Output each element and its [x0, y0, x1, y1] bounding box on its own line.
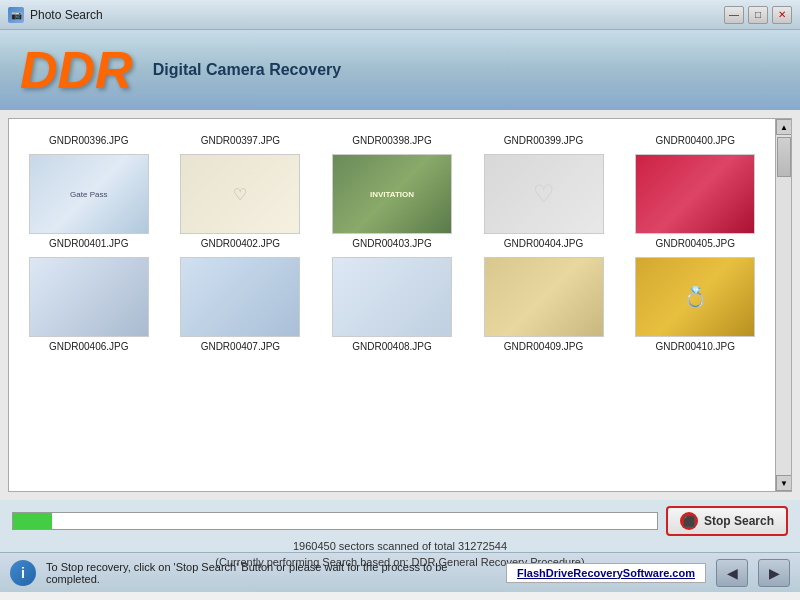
- photo-item[interactable]: Gate PassGNDR00401.JPG: [17, 154, 161, 249]
- minimize-button[interactable]: —: [724, 6, 744, 24]
- photo-label: GNDR00406.JPG: [49, 341, 128, 352]
- main-content: GNDR00396.JPGGNDR00397.JPGGNDR00398.JPGG…: [0, 110, 800, 500]
- flash-drive-link[interactable]: FlashDriveRecoverySoftware.com: [506, 563, 706, 583]
- photo-item[interactable]: GNDR00396.JPG: [17, 135, 161, 146]
- photo-label: GNDR00400.JPG: [655, 135, 734, 146]
- nav-forward-button[interactable]: ▶: [758, 559, 790, 587]
- photo-item[interactable]: GNDR00399.JPG: [472, 135, 616, 146]
- titlebar-controls: — □ ✕: [724, 6, 792, 24]
- photo-thumbnail[interactable]: Gate Pass: [29, 154, 149, 234]
- app-icon: 📷: [8, 7, 24, 23]
- photo-item[interactable]: GNDR00397.JPG: [169, 135, 313, 146]
- photo-thumbnail[interactable]: [180, 257, 300, 337]
- app-subtitle: Digital Camera Recovery: [153, 61, 342, 79]
- photo-label: GNDR00396.JPG: [49, 135, 128, 146]
- info-icon: i: [10, 560, 36, 586]
- photo-thumbnail[interactable]: INVITATION: [332, 154, 452, 234]
- scroll-down-arrow[interactable]: ▼: [776, 475, 792, 491]
- photo-thumbnail[interactable]: [29, 257, 149, 337]
- photo-label: GNDR00402.JPG: [201, 238, 280, 249]
- photo-item[interactable]: INVITATIONGNDR00403.JPG: [320, 154, 464, 249]
- photo-label: GNDR00398.JPG: [352, 135, 431, 146]
- maximize-button[interactable]: □: [748, 6, 768, 24]
- photo-item[interactable]: ♡GNDR00404.JPG: [472, 154, 616, 249]
- scroll-up-arrow[interactable]: ▲: [776, 119, 792, 135]
- photo-label: GNDR00409.JPG: [504, 341, 583, 352]
- progress-bar-container: [12, 512, 658, 530]
- close-button[interactable]: ✕: [772, 6, 792, 24]
- photo-label: GNDR00403.JPG: [352, 238, 431, 249]
- photo-item[interactable]: GNDR00398.JPG: [320, 135, 464, 146]
- titlebar-left: 📷 Photo Search: [8, 7, 103, 23]
- photo-thumbnail[interactable]: ♡: [484, 154, 604, 234]
- app-logo: DDR: [20, 44, 133, 96]
- photo-label: GNDR00405.JPG: [655, 238, 734, 249]
- photo-grid-container: GNDR00396.JPGGNDR00397.JPGGNDR00398.JPGG…: [8, 118, 792, 492]
- progress-bar-fill: [13, 513, 52, 529]
- progress-area: ⬛ Stop Search 1960450 sectors scanned of…: [0, 500, 800, 552]
- photo-item[interactable]: ♡GNDR00402.JPG: [169, 154, 313, 249]
- window-title: Photo Search: [30, 8, 103, 22]
- photo-label: GNDR00397.JPG: [201, 135, 280, 146]
- stop-button-label: Stop Search: [704, 514, 774, 528]
- titlebar: 📷 Photo Search — □ ✕: [0, 0, 800, 30]
- status-message: To Stop recovery, click on 'Stop Search'…: [46, 561, 496, 585]
- photo-thumbnail[interactable]: 💍: [635, 257, 755, 337]
- photo-label: GNDR00407.JPG: [201, 341, 280, 352]
- photo-label: GNDR00408.JPG: [352, 341, 431, 352]
- photo-item[interactable]: GNDR00408.JPG: [320, 257, 464, 352]
- scrollbar[interactable]: ▲ ▼: [775, 119, 791, 491]
- photo-thumbnail[interactable]: [635, 154, 755, 234]
- photo-label: GNDR00410.JPG: [655, 341, 734, 352]
- photo-item[interactable]: GNDR00406.JPG: [17, 257, 161, 352]
- photo-item[interactable]: GNDR00405.JPG: [623, 154, 767, 249]
- header: DDR Digital Camera Recovery: [0, 30, 800, 110]
- scroll-thumb[interactable]: [777, 137, 791, 177]
- row1-label-row: [9, 119, 791, 127]
- photo-thumbnail[interactable]: [484, 257, 604, 337]
- stop-search-button[interactable]: ⬛ Stop Search: [666, 506, 788, 536]
- progress-row: ⬛ Stop Search: [12, 506, 788, 536]
- photo-item[interactable]: GNDR00407.JPG: [169, 257, 313, 352]
- photo-item[interactable]: 💍GNDR00410.JPG: [623, 257, 767, 352]
- photo-label: GNDR00401.JPG: [49, 238, 128, 249]
- stop-icon: ⬛: [680, 512, 698, 530]
- photo-item[interactable]: GNDR00400.JPG: [623, 135, 767, 146]
- photo-thumbnail[interactable]: [332, 257, 452, 337]
- photo-item[interactable]: GNDR00409.JPG: [472, 257, 616, 352]
- progress-scanned-text: 1960450 sectors scanned of total 3127254…: [12, 540, 788, 552]
- nav-back-button[interactable]: ◀: [716, 559, 748, 587]
- photo-thumbnail[interactable]: ♡: [180, 154, 300, 234]
- photo-grid: GNDR00396.JPGGNDR00397.JPGGNDR00398.JPGG…: [9, 127, 791, 360]
- photo-label: GNDR00399.JPG: [504, 135, 583, 146]
- photo-label: GNDR00404.JPG: [504, 238, 583, 249]
